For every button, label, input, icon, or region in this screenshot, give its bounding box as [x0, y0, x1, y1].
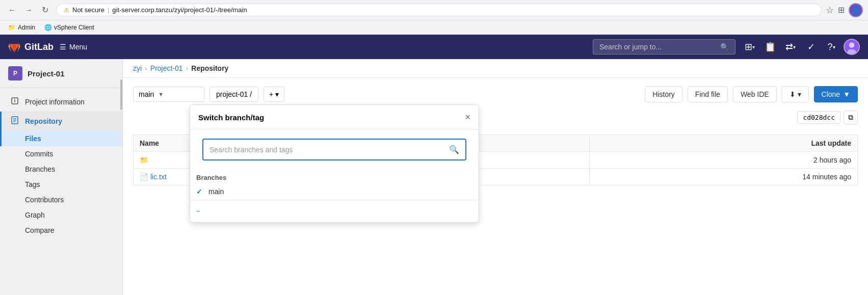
menu-button[interactable]: ☰ Menu [60, 43, 87, 51]
breadcrumb-zyi[interactable]: zyi [133, 64, 142, 72]
sidebar-item-contributors[interactable]: Contributors [0, 192, 122, 207]
check-icon: ✓ [807, 41, 815, 52]
sidebar-item-compare[interactable]: Compare [0, 223, 122, 238]
bookmark-vsphere-label: vSphere Client [54, 24, 94, 31]
download-chevron: ▾ [798, 90, 801, 98]
user-avatar[interactable] [844, 39, 860, 55]
new-item-button[interactable]: ⊞ ▾ [742, 39, 758, 55]
url-display: git-server.corp.tanzu/zyi/project-01/-/t… [112, 6, 247, 14]
gitlab-logo[interactable]: GitLab [8, 41, 54, 53]
sidebar-label-files: Files [25, 135, 41, 143]
popup-search-container: 🔍 [190, 129, 479, 170]
branch-search-input[interactable] [209, 146, 449, 154]
bookmarks-bar: 📁 Admin 🌐 vSphere Client [0, 20, 868, 35]
reload-button[interactable]: ↻ [38, 3, 52, 17]
bookmark-vsphere[interactable]: 🌐 vSphere Client [41, 23, 97, 32]
forward-button[interactable]: → [21, 3, 36, 17]
search-icon: 🔍 [449, 145, 459, 154]
popup-footer-icon: − [196, 207, 200, 215]
history-button[interactable]: History [645, 86, 682, 102]
nav-buttons: ← → ↻ [5, 3, 52, 17]
sidebar-item-project-information[interactable]: Project information [0, 92, 122, 112]
commit-hash-code[interactable]: cd028dcc [797, 111, 840, 124]
sidebar-label-tags: Tags [25, 180, 40, 189]
breadcrumb-repository: Repository [191, 64, 228, 72]
copy-hash-button[interactable]: ⧉ [844, 111, 858, 124]
file-last-update-folder: 2 hours ago [590, 152, 858, 169]
sidebar-item-repository[interactable]: Repository [0, 112, 122, 131]
col-last-update: Last update [590, 135, 858, 152]
sidebar-item-tags[interactable]: Tags [0, 177, 122, 192]
web-ide-button[interactable]: Web IDE [733, 86, 777, 102]
download-button-group: ⬇ ▾ [782, 86, 809, 102]
breadcrumb-sep-1: › [145, 64, 147, 72]
gitlab-fox-icon [8, 41, 20, 53]
sidebar-item-branches[interactable]: Branches [0, 162, 122, 177]
branch-chevron-icon: ▼ [158, 91, 164, 97]
question-icon: ? [827, 42, 832, 52]
file-name-text: lic.txt [150, 173, 167, 181]
merge-request-button[interactable]: ⇄ ▾ [782, 39, 799, 55]
download-icon: ⬇ [790, 90, 796, 98]
clipboard-icon: 📋 [765, 41, 776, 52]
back-button[interactable]: ← [5, 3, 19, 17]
extensions-button[interactable]: ⊞ [838, 5, 845, 15]
file-last-update-lic: 14 minutes ago [590, 169, 858, 185]
branch-name-main: main [208, 187, 224, 196]
popup-header: Switch branch/tag × [190, 105, 479, 129]
project-header: P Project-01 [0, 59, 122, 88]
path-add-chevron: ▾ [275, 90, 279, 98]
address-bar[interactable]: ⚠ Not secure | git-server.corp.tanzu/zyi… [56, 4, 822, 16]
project-name[interactable]: Project-01 [28, 69, 65, 78]
bookmark-admin-label: Admin [18, 24, 35, 31]
path-add-button[interactable]: + ▾ [264, 87, 284, 102]
bookmark-admin[interactable]: 📁 Admin [5, 23, 38, 32]
plus-icon: ⊞ [745, 41, 752, 52]
popup-branch-main[interactable]: ✓ main [190, 183, 479, 200]
browser-bar: ← → ↻ ⚠ Not secure | git-server.corp.tan… [0, 0, 868, 20]
clone-button[interactable]: Clone ▼ [814, 86, 858, 102]
repository-icon [10, 116, 20, 126]
find-file-button[interactable]: Find file [688, 86, 728, 102]
sidebar: P Project-01 Project information Reposit… [0, 59, 123, 295]
star-button[interactable]: ☆ [826, 5, 834, 16]
svg-point-5 [14, 99, 15, 100]
popup-footer-link[interactable]: − [196, 204, 472, 218]
sidebar-label-compare: Compare [25, 226, 55, 234]
sidebar-scrollbar-thumb [120, 79, 122, 110]
search-input[interactable] [599, 43, 716, 51]
browser-profile-avatar[interactable]: 👤 [849, 3, 863, 17]
sidebar-item-commits[interactable]: Commits [0, 146, 122, 162]
repo-toolbar: main ▼ project-01 / + ▾ History Find fil… [133, 86, 858, 102]
sidebar-label-branches: Branches [25, 165, 55, 173]
branch-dropdown[interactable]: main ▼ [133, 87, 204, 102]
breadcrumb-project01[interactable]: Project-01 [150, 64, 183, 72]
plus-chevron: ▾ [752, 44, 755, 50]
switch-branch-popup: Switch branch/tag × 🔍 Branches ✓ main − [190, 104, 479, 223]
avatar-image [845, 39, 859, 55]
header-search[interactable]: 🔍 [593, 39, 735, 55]
popup-close-button[interactable]: × [465, 112, 470, 123]
copy-icon: ⧉ [848, 113, 853, 121]
clone-chevron-icon: ▼ [843, 90, 850, 98]
path-display: project-01 / [209, 87, 258, 102]
path-text: project-01 / [216, 90, 252, 98]
commit-hash-display: cd028dcc ⧉ [797, 111, 858, 124]
clipboard-button[interactable]: 📋 [762, 39, 778, 55]
sidebar-item-graph[interactable]: Graph [0, 207, 122, 223]
sidebar-item-files[interactable]: Files [0, 131, 122, 146]
address-separator: | [108, 6, 109, 14]
merge-icon: ⇄ [785, 41, 793, 52]
help-button[interactable]: ? ▾ [823, 39, 839, 55]
sidebar-label-commits: Commits [25, 150, 53, 158]
project-info-icon [10, 97, 20, 107]
sidebar-label-contributors: Contributors [25, 196, 64, 204]
svg-point-1 [849, 42, 855, 48]
download-button[interactable]: ⬇ ▾ [782, 86, 809, 102]
clone-label: Clone [822, 90, 840, 98]
sidebar-scrollbar[interactable] [120, 59, 122, 295]
todo-button[interactable]: ✓ [803, 39, 819, 55]
header-icons: ⊞ ▾ 📋 ⇄ ▾ ✓ ? ▾ [742, 39, 860, 55]
sidebar-label-project-information: Project information [25, 98, 85, 106]
popup-search-row: 🔍 [202, 139, 466, 160]
